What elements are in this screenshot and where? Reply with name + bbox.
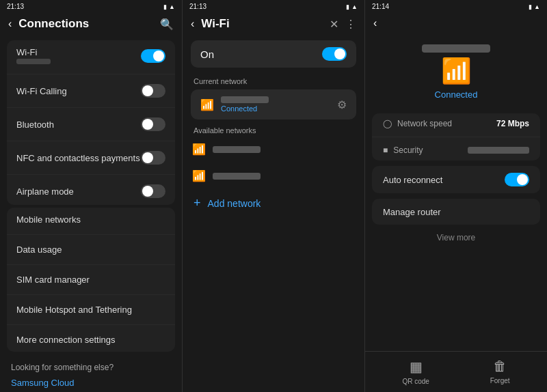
wifi-title: Wi-Fi [201,17,323,31]
forget-icon: 🗑 [493,359,507,374]
looking-section: Looking for something else? Samsung Clou… [0,354,182,392]
security-label-row: ■ Security [383,145,423,155]
search-icon-1[interactable]: 🔍 [160,18,174,31]
auto-reconnect-label: Auto reconnect [383,175,442,185]
view-more-row[interactable]: View more [365,227,547,248]
security-row: ■ Security [372,140,540,160]
looking-title: Looking for something else? [11,363,171,372]
qr-code-action[interactable]: ▦ QR code [402,359,429,385]
close-icon[interactable]: ✕ [330,18,338,31]
nfc-toggle[interactable] [141,151,165,165]
wifi-calling-label: Wi-Fi Calling [16,86,67,96]
more-connections-item[interactable]: More connection settings [7,328,175,352]
bluetooth-label: Bluetooth [16,120,54,130]
wifi-on-label: On [200,48,214,60]
back-button-3[interactable]: ‹ [373,17,377,29]
wifi-sublabel [16,59,51,64]
airplane-toggle[interactable] [141,184,165,198]
time-3: 21:14 [372,3,389,10]
shield-icon: ■ [383,145,388,155]
back-button-2[interactable]: ‹ [191,18,194,30]
status-icons-2: ▮ ▲ [346,3,358,10]
speed-icon: ◯ [383,119,392,128]
wifi-calling-item[interactable]: Wi-Fi Calling [7,77,175,104]
toggle-group: Wi-Fi Wi-Fi Calling Bluetooth NFC and co… [7,40,175,205]
connections-panel: 21:13 ▮ ▲ ‹ Connections 🔍 Wi-Fi Wi-Fi Ca… [0,0,183,392]
available-net-1[interactable]: 📶 [183,136,364,163]
auto-reconnect-row[interactable]: Auto reconnect [372,166,540,193]
samsung-cloud-link[interactable]: Samsung Cloud [11,378,171,388]
add-network-label: Add network [208,198,261,209]
battery-icon-2: ▮ [346,3,349,10]
sim-manager-label: SIM card manager [16,275,90,285]
battery-icon-3: ▮ [529,3,532,10]
connected-network-name [422,44,490,53]
speed-label: Network speed [397,119,452,128]
hotspot-item[interactable]: Mobile Hotspot and Tethering [7,298,175,322]
add-network-row[interactable]: + Add network [183,189,364,217]
status-bar-1: 21:13 ▮ ▲ [0,0,182,13]
wifi-detail-panel: 21:14 ▮ ▲ ‹ 📶 Connected ◯ Network speed … [365,0,547,392]
bluetooth-item[interactable]: Bluetooth [7,111,175,138]
current-network-item[interactable]: 📶 Connected ⚙ [191,89,356,120]
mobile-networks-item[interactable]: Mobile networks [7,208,175,232]
auto-reconnect-toggle[interactable] [505,173,529,186]
wifi-available-icon-1: 📶 [192,143,206,156]
connections-list: Wi-Fi Wi-Fi Calling Bluetooth NFC and co… [0,35,182,392]
wifi-available-icon-2: 📶 [192,169,206,182]
mobile-networks-label: Mobile networks [16,214,81,225]
network-info-group: ◯ Network speed 72 Mbps ■ Security [372,113,540,160]
menu-group: Mobile networks Data usage SIM card mana… [7,208,175,352]
view-more-label: View more [437,233,475,242]
signal-icon: ▲ [169,3,175,10]
security-label: Security [393,145,423,155]
wifi-toggle[interactable] [141,49,165,63]
current-network-info: 📶 Connected [200,96,269,113]
nfc-label: NFC and contactless payments [16,153,140,163]
airplane-label: Airplane mode [16,186,74,197]
time-1: 21:13 [7,3,24,10]
nfc-item[interactable]: NFC and contactless payments [7,144,175,171]
network-settings-icon[interactable]: ⚙ [337,98,347,111]
airplane-item[interactable]: Airplane mode [7,178,175,205]
status-bar-2: 21:13 ▮ ▲ [183,0,364,13]
big-wifi-icon: 📶 [441,57,472,85]
available-net-2[interactable]: 📶 [183,163,364,189]
wifi-calling-toggle[interactable] [141,84,165,98]
connections-title: Connections [18,17,153,31]
add-icon: + [194,196,201,210]
time-2: 21:13 [189,3,206,10]
status-icons-3: ▮ ▲ [529,3,540,10]
status-icons-1: ▮ ▲ [163,3,175,10]
detail-nav: ‹ [365,13,547,33]
data-usage-item[interactable]: Data usage [7,238,175,262]
connected-section: 📶 Connected [365,33,547,111]
more-icon[interactable]: ⋮ [345,18,356,31]
forget-label: Forget [490,377,510,384]
wifi-signal-icon: 📶 [200,98,214,111]
qr-code-icon: ▦ [410,359,423,375]
wifi-item[interactable]: Wi-Fi [7,40,175,71]
current-network-name [221,96,269,103]
data-usage-label: Data usage [16,244,62,255]
security-value [468,147,529,154]
bottom-actions: ▦ QR code 🗑 Forget [365,351,547,392]
speed-label-row: ◯ Network speed [383,119,452,128]
wifi-nav: ‹ Wi-Fi ✕ ⋮ [183,13,364,35]
wifi-on-row[interactable]: On [191,40,356,68]
speed-row: ◯ Network speed 72 Mbps [372,113,540,134]
hotspot-label: Mobile Hotspot and Tethering [16,305,132,315]
battery-icon: ▮ [163,3,167,10]
manage-router-row[interactable]: Manage router [372,199,540,225]
available-net-name-1 [213,146,261,153]
manage-router-label: Manage router [383,207,441,217]
wifi-main-toggle[interactable] [322,47,347,61]
forget-action[interactable]: 🗑 Forget [490,359,510,385]
back-button-1[interactable]: ‹ [8,18,12,30]
bluetooth-toggle[interactable] [141,117,165,131]
connected-label: Connected [435,89,478,100]
connections-nav: ‹ Connections 🔍 [0,13,182,35]
available-net-name-2 [213,173,261,180]
sim-manager-item[interactable]: SIM card manager [7,268,175,292]
current-network-label: Current network [183,73,364,87]
